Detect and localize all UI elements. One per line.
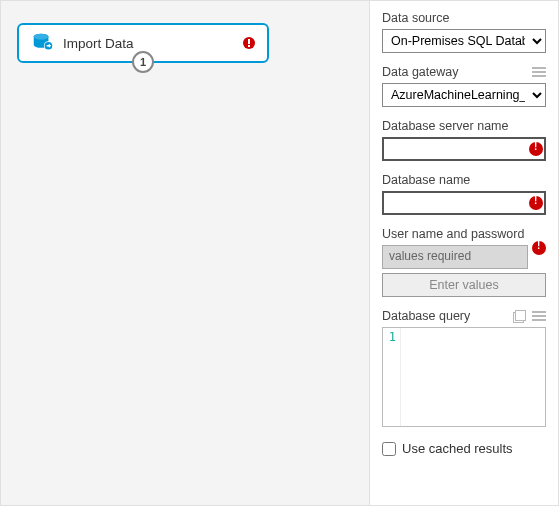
properties-panel: Data source On-Premises SQL Database Dat… <box>370 1 558 505</box>
svg-point-1 <box>34 34 49 40</box>
query-content[interactable] <box>401 328 545 426</box>
field-data-source: Data source On-Premises SQL Database <box>382 11 546 53</box>
import-data-module[interactable]: Import Data 1 <box>17 23 269 63</box>
data-source-label: Data source <box>382 11 546 25</box>
field-data-gateway: Data gateway AzureMachineLearning_On <box>382 65 546 107</box>
module-title: Import Data <box>63 36 243 51</box>
db-name-input[interactable] <box>382 191 546 215</box>
query-label: Database query <box>382 309 470 323</box>
popout-icon[interactable] <box>513 310 526 323</box>
line-number: 1 <box>383 328 401 426</box>
query-editor[interactable]: 1 <box>382 327 546 427</box>
cache-checkbox[interactable] <box>382 442 396 456</box>
app-root: Import Data 1 Data source On-Premises SQ… <box>0 0 559 506</box>
database-icon <box>31 32 53 54</box>
error-icon <box>529 196 543 210</box>
field-db-name: Database name <box>382 173 546 215</box>
credentials-label: User name and password <box>382 227 546 241</box>
data-gateway-label: Data gateway <box>382 65 458 79</box>
cache-label: Use cached results <box>402 441 513 456</box>
field-query: Database query 1 <box>382 309 546 427</box>
field-cache: Use cached results <box>382 441 546 456</box>
output-port-1[interactable]: 1 <box>132 51 154 73</box>
data-source-select[interactable]: On-Premises SQL Database <box>382 29 546 53</box>
field-db-server: Database server name <box>382 119 546 161</box>
data-gateway-select[interactable]: AzureMachineLearning_On <box>382 83 546 107</box>
db-server-label: Database server name <box>382 119 546 133</box>
enter-values-button[interactable]: Enter values <box>382 273 546 297</box>
db-name-label: Database name <box>382 173 546 187</box>
error-icon <box>243 37 255 49</box>
field-credentials: User name and password values required E… <box>382 227 546 297</box>
menu-icon[interactable] <box>532 311 546 321</box>
db-server-input[interactable] <box>382 137 546 161</box>
credentials-status: values required <box>382 245 528 269</box>
menu-icon[interactable] <box>532 67 546 77</box>
error-icon <box>532 241 546 255</box>
error-icon <box>529 142 543 156</box>
experiment-canvas[interactable]: Import Data 1 <box>1 1 370 505</box>
